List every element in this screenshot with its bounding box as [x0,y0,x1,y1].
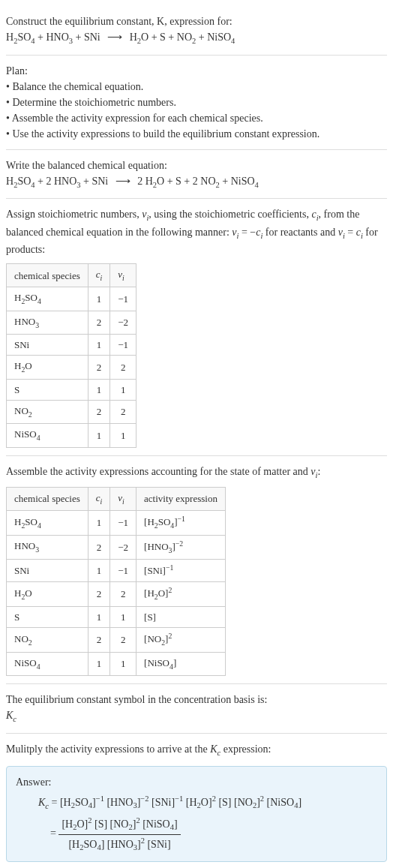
construct-text: Construct the equilibrium constant, K, e… [6,14,387,29]
table-row: S11 [7,379,136,401]
answer-label: Answer: [16,774,377,790]
table-row: NO222[NO2]2 [7,628,226,653]
table-row: S11[S] [7,606,226,628]
plan-item-3: Assemble the activity expression for eac… [6,110,387,126]
multiply-text: Mulitply the activity expressions to arr… [6,741,387,759]
fraction-denominator: [H2SO4] [HNO3]2 [SNi] [58,835,180,854]
section-stoich: Assign stoichiometric numbers, νi, using… [6,199,387,455]
initial-equation: H2SO4 + HNO3 + SNi ⟶ H2O + S + NO2 + NiS… [6,29,387,47]
table-row: SNi1−1[SNi]−1 [7,560,226,582]
table-row: NO222 [7,401,136,424]
table-row: H2O22 [7,356,136,379]
table-row: HNO32−2[HNO3]−2 [7,535,226,560]
activity-text: Assemble the activity expressions accoun… [6,464,387,482]
table-row: NiSO411[NiSO4] [7,652,226,675]
section-construct: Construct the equilibrium constant, K, e… [6,6,387,56]
stoich-table: chemical species ci νi H2SO41−1 HNO32−2 … [6,263,136,447]
stoich-text: Assign stoichiometric numbers, νi, using… [6,206,387,257]
plan-item-1: Balance the chemical equation. [6,79,387,95]
section-kc-symbol: The equilibrium constant symbol in the c… [6,684,387,734]
activity-table: chemical species ci νi activity expressi… [6,487,226,676]
col-vi: νi [110,488,136,511]
kc-expression-line1: Kc = [H2SO4]−1 [HNO3]−2 [SNi]−1 [H2O]2 [… [38,793,377,812]
kc-expression-line2: = [H2O]2 [S] [NO2]2 [NiSO4] [H2SO4] [HNO… [50,815,377,853]
plan-item-4: Use the activity expressions to build th… [6,126,387,142]
construct-line1: Construct the equilibrium constant, K, e… [6,16,232,27]
plan-item-2: Determine the stoichiometric numbers. [6,95,387,110]
col-species: chemical species [7,264,88,287]
col-ci: ci [88,264,110,287]
table-row: HNO32−2 [7,311,136,334]
col-species: chemical species [7,488,88,511]
kc-text: The equilibrium constant symbol in the c… [6,692,387,707]
table-row: H2SO41−1[H2SO4]−1 [7,511,226,536]
section-activity: Assemble the activity expressions accoun… [6,456,387,685]
section-multiply: Mulitply the activity expressions to arr… [6,734,387,862]
table-header-row: chemical species ci νi [7,264,136,287]
section-plan: Plan: Balance the chemical equation. Det… [6,56,387,150]
balanced-title: Write the balanced chemical equation: [6,158,387,173]
col-ci: ci [88,488,110,511]
table-row: NiSO411 [7,424,136,447]
plan-list: Balance the chemical equation. Determine… [6,79,387,142]
table-row: H2O22[H2O]2 [7,582,226,607]
balanced-equation: H2SO4 + 2 HNO3 + SNi ⟶ 2 H2O + S + 2 NO2… [6,173,387,191]
answer-box: Answer: Kc = [H2SO4]−1 [HNO3]−2 [SNi]−1 … [6,766,387,862]
col-activity: activity expression [136,488,226,511]
section-balanced: Write the balanced chemical equation: H2… [6,150,387,200]
fraction-numerator: [H2O]2 [S] [NO2]2 [NiSO4] [58,815,180,834]
col-vi: νi [110,264,136,287]
kc-symbol: Kc [6,707,387,725]
plan-title: Plan: [6,63,387,79]
kc-fraction: [H2O]2 [S] [NO2]2 [NiSO4] [H2SO4] [HNO3]… [58,815,180,853]
table-row: H2SO41−1 [7,287,136,311]
table-row: SNi1−1 [7,334,136,356]
table-header-row: chemical species ci νi activity expressi… [7,488,226,511]
